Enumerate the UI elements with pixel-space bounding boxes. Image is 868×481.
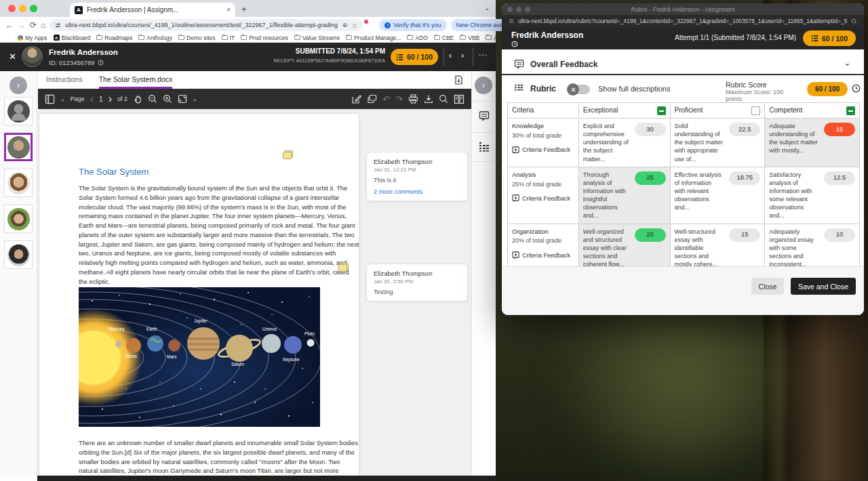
show-descriptions-toggle[interactable]: [568, 85, 590, 94]
column-checkbox-checked-icon[interactable]: [846, 106, 855, 115]
tab-close-icon[interactable]: ×: [226, 6, 231, 14]
prev-page-icon[interactable]: ‹: [90, 93, 94, 105]
macos-close-button[interactable]: [8, 5, 16, 12]
student-thumb-selected[interactable]: [4, 133, 33, 161]
panel-chevron-icon[interactable]: ⌄: [60, 96, 65, 102]
criteria-feedback-button[interactable]: Criteria Feedback: [512, 146, 574, 154]
column-checkbox-unchecked-icon[interactable]: [751, 106, 760, 115]
student-thumb[interactable]: [4, 205, 33, 233]
more-comments-link[interactable]: 2 more comments: [374, 188, 460, 195]
home-icon[interactable]: ⌂: [41, 20, 45, 30]
reload-icon[interactable]: ⟳: [30, 20, 37, 30]
undo-icon[interactable]: ↶: [382, 94, 390, 104]
history-clock-icon[interactable]: [98, 60, 104, 66]
level-cell[interactable]: Explicit and comprehensive understanding…: [579, 119, 671, 167]
fit-to-width-icon[interactable]: [178, 94, 187, 104]
page-layout-icon[interactable]: [454, 94, 465, 104]
search-icon[interactable]: [439, 94, 448, 104]
student-thumb[interactable]: [4, 240, 33, 269]
bookmark-item[interactable]: AI: [486, 35, 499, 41]
points-pill-selected[interactable]: 15: [824, 123, 855, 136]
print-icon[interactable]: [408, 94, 418, 104]
download-icon[interactable]: [424, 94, 433, 104]
comments-icon[interactable]: [367, 94, 377, 104]
bookmark-item[interactable]: ABlackboard: [54, 35, 91, 41]
next-page-icon[interactable]: ›: [108, 93, 112, 105]
bookmark-item[interactable]: VBB: [460, 35, 479, 41]
level-cell-selected[interactable]: Adequate understanding of the subject ma…: [765, 119, 860, 167]
back-icon[interactable]: ←: [5, 20, 14, 30]
bookmark-item[interactable]: CBE: [434, 35, 454, 41]
bookmark-item[interactable]: Roadmaps: [96, 35, 132, 41]
next-student-icon[interactable]: ›: [461, 51, 464, 60]
fit-chevron-icon[interactable]: ⌄: [193, 96, 197, 102]
student-thumb[interactable]: [4, 97, 33, 125]
level-cell-selected[interactable]: Thorough analysis of information with in…: [579, 167, 671, 224]
zoom-page-icon[interactable]: ⊕: [342, 22, 348, 28]
macos-minimize-button[interactable]: [19, 5, 26, 12]
comment-marker-icon[interactable]: [283, 152, 292, 159]
collapse-chevron-icon[interactable]: ⌄: [844, 58, 851, 68]
page-number[interactable]: 1: [99, 96, 103, 103]
comment-card[interactable]: Elizabeth Thompson Jan 31, 12:21 PM This…: [366, 152, 468, 201]
close-panel-icon[interactable]: ✕: [9, 51, 16, 62]
previous-student-icon[interactable]: ‹: [449, 51, 452, 60]
level-cell[interactable]: Solid understanding of the subject matte…: [671, 119, 766, 167]
student-thumb[interactable]: [4, 169, 33, 197]
bookmark-item[interactable]: Prod resources: [241, 35, 288, 41]
bookmark-item[interactable]: IT: [222, 35, 235, 41]
overall-feedback-section[interactable]: Overall Feedback ⌄: [502, 54, 864, 75]
points-pill[interactable]: 22.5: [729, 123, 760, 136]
tab-search-chevron-icon[interactable]: ⌄: [484, 4, 490, 12]
feedback-icon[interactable]: [479, 110, 490, 121]
points-pill[interactable]: 12.5: [824, 171, 855, 185]
more-options-icon[interactable]: ...: [479, 48, 488, 58]
level-cell[interactable]: Effective analysis of information with r…: [671, 167, 766, 224]
comment-card[interactable]: Elizabeth Thompson Jan 31, 3:59 PM Testi…: [366, 264, 468, 301]
rubric-panel-icon[interactable]: [479, 142, 490, 152]
bookmark-item[interactable]: Demo sites: [178, 35, 216, 41]
level-cell[interactable]: Adequately organized essay with some sec…: [765, 224, 860, 272]
points-pill-selected[interactable]: 25: [635, 171, 666, 185]
criteria-feedback-button[interactable]: Criteria Feedback: [512, 251, 574, 259]
expand-student-list-icon[interactable]: ›: [9, 77, 27, 94]
save-and-close-button[interactable]: Save and Close: [791, 278, 856, 295]
bookmark-item[interactable]: Product Manage...: [346, 35, 401, 41]
bookmark-item[interactable]: Anthology: [138, 35, 172, 41]
zoom-out-icon[interactable]: [148, 94, 157, 104]
document-page[interactable]: The Solar System The Solar System is the…: [39, 114, 359, 476]
bookmark-item[interactable]: Value Streams: [294, 35, 340, 41]
search-icon[interactable]: [851, 18, 857, 24]
rubric-window-titlebar[interactable]: Rubric - Fredrik Andersson - Assignment: [502, 3, 864, 15]
new-tab-button[interactable]: +: [241, 4, 247, 14]
macos-zoom-button[interactable]: [30, 5, 37, 12]
history-clock-icon[interactable]: [511, 41, 518, 47]
points-pill-selected[interactable]: 20: [635, 228, 666, 242]
download-submission-icon[interactable]: [454, 75, 463, 85]
tab-instructions[interactable]: Instructions: [46, 75, 83, 89]
forward-icon[interactable]: →: [18, 20, 26, 30]
grade-pill-button[interactable]: 60 / 100: [803, 30, 856, 46]
annotate-icon[interactable]: [351, 94, 361, 104]
browser-tab[interactable]: A Fredrik Andersson | Assignm... ×: [70, 3, 235, 17]
zoom-in-icon[interactable]: [163, 94, 172, 104]
level-cell-selected[interactable]: Well-organized and structured essay with…: [579, 224, 671, 272]
criteria-feedback-button[interactable]: Criteria Feedback: [512, 194, 574, 203]
points-pill[interactable]: 15: [729, 228, 760, 242]
bookmark-star-icon[interactable]: ☆: [351, 22, 357, 29]
points-pill[interactable]: 30: [635, 123, 666, 136]
bookmark-item[interactable]: My Apps: [18, 35, 47, 41]
thumbnails-panel-icon[interactable]: [45, 94, 55, 104]
collapse-panel-icon[interactable]: ‹: [475, 77, 492, 94]
points-pill[interactable]: 18.75: [729, 171, 760, 185]
grade-history-icon[interactable]: [852, 84, 861, 93]
bookmark-item[interactable]: ADO: [407, 35, 427, 41]
level-cell[interactable]: Well-structured essay with identifiable …: [671, 224, 766, 272]
verify-button[interactable]: ! Verify that it's you: [379, 19, 446, 31]
close-button[interactable]: Close: [751, 278, 784, 295]
grade-pill-button[interactable]: 60 / 100: [391, 49, 438, 65]
column-checkbox-checked-icon[interactable]: [657, 106, 666, 115]
comment-marker-icon[interactable]: [338, 264, 347, 272]
rubric-url-bar[interactable]: ultra-next.bbpd.io/ultra/rubric?courseId…: [502, 15, 864, 27]
level-cell[interactable]: Satisfactory analysis of information wit…: [765, 167, 860, 224]
